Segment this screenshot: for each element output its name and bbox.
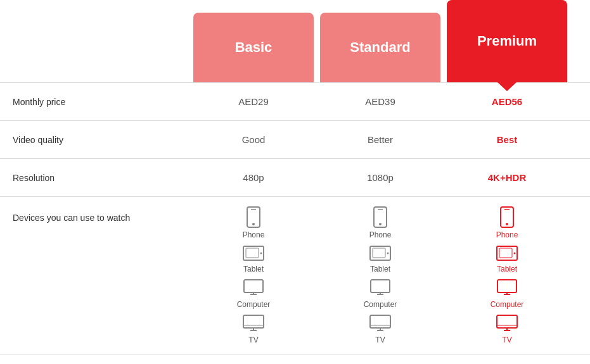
svg-point-27 xyxy=(506,223,508,225)
svg-point-14 xyxy=(379,223,382,225)
standard-devices-col: Phone Tablet xyxy=(320,206,440,344)
premium-phone-device: Phone xyxy=(496,206,518,239)
standard-tablet-device: Tablet xyxy=(369,244,391,273)
tablet-icon xyxy=(243,244,264,262)
devices-label: Devices you can use to watch xyxy=(0,206,190,223)
basic-tablet-device: Tablet xyxy=(243,244,264,273)
basic-computer-device: Computer xyxy=(237,279,271,309)
premium-price: AED56 xyxy=(447,96,567,107)
premium-tablet-label: Tablet xyxy=(497,265,517,273)
basic-price: AED29 xyxy=(193,96,314,107)
basic-tv-label: TV xyxy=(248,336,258,344)
comparison-table: Basic Standard Premium Monthly price AED… xyxy=(0,0,590,364)
premium-tablet-device: Tablet xyxy=(496,244,518,273)
standard-price: AED39 xyxy=(320,96,440,107)
tv-icon xyxy=(242,314,265,333)
svg-point-1 xyxy=(252,223,255,225)
standard-quality: Better xyxy=(320,134,440,145)
premium-devices-col: Phone Tablet xyxy=(447,206,567,344)
standard-tablet-label: Tablet xyxy=(370,265,390,273)
svg-rect-35 xyxy=(497,315,517,328)
basic-tv-device: TV xyxy=(242,314,265,344)
svg-rect-6 xyxy=(244,280,263,292)
premium-resolution: 4K+HDR xyxy=(447,172,567,183)
standard-tablet-icon xyxy=(369,244,391,262)
video-quality-label: Video quality xyxy=(0,135,190,145)
standard-computer-device: Computer xyxy=(364,279,397,309)
standard-header: Standard xyxy=(320,13,440,82)
devices-row: Devices you can use to watch Phone xyxy=(0,197,590,355)
svg-rect-5 xyxy=(246,248,259,258)
standard-computer-icon xyxy=(369,279,391,298)
phone-icon xyxy=(245,206,262,228)
premium-tv-icon xyxy=(496,314,518,333)
premium-computer-label: Computer xyxy=(491,300,524,309)
monthly-price-label: Monthly price xyxy=(0,97,190,107)
svg-rect-19 xyxy=(371,280,390,292)
svg-rect-31 xyxy=(499,248,512,258)
resolution-row: Resolution 480p 1080p 4K+HDR xyxy=(0,159,590,197)
computer-icon xyxy=(243,279,264,298)
standard-computer-label: Computer xyxy=(364,300,397,309)
basic-devices-col: Phone Tablet xyxy=(193,206,314,344)
basic-phone-label: Phone xyxy=(243,230,265,239)
premium-tv-device: TV xyxy=(496,314,518,344)
premium-phone-icon xyxy=(498,206,516,228)
basic-tablet-label: Tablet xyxy=(243,265,264,273)
premium-computer-device: Computer xyxy=(491,279,524,309)
svg-rect-18 xyxy=(373,248,385,258)
premium-quality: Best xyxy=(447,134,567,145)
premium-header: Premium xyxy=(447,0,567,82)
premium-tv-label: TV xyxy=(502,336,511,344)
svg-point-30 xyxy=(514,253,516,254)
standard-phone-icon xyxy=(371,206,389,228)
svg-rect-22 xyxy=(370,315,390,328)
video-quality-row: Video quality Good Better Best xyxy=(0,121,590,159)
basic-header: Basic xyxy=(193,13,314,82)
standard-label: Standard xyxy=(350,39,410,56)
standard-phone-device: Phone xyxy=(369,206,392,239)
svg-rect-32 xyxy=(497,280,516,292)
basic-phone-device: Phone xyxy=(243,206,265,239)
basic-computer-label: Computer xyxy=(237,300,271,309)
standard-phone-label: Phone xyxy=(369,230,392,239)
standard-tv-icon xyxy=(369,314,392,333)
premium-computer-icon xyxy=(496,279,518,298)
premium-label: Premium xyxy=(477,33,537,49)
svg-point-4 xyxy=(260,253,262,254)
svg-rect-9 xyxy=(243,315,264,328)
basic-quality: Good xyxy=(193,134,314,145)
basic-label: Basic xyxy=(235,39,273,56)
svg-point-17 xyxy=(387,253,389,254)
premium-phone-label: Phone xyxy=(496,230,518,239)
resolution-label: Resolution xyxy=(0,173,190,183)
standard-tv-label: TV xyxy=(375,336,385,344)
standard-tv-device: TV xyxy=(369,314,392,344)
header-row: Basic Standard Premium xyxy=(0,0,590,82)
premium-tablet-icon xyxy=(496,244,518,262)
standard-resolution: 1080p xyxy=(320,172,440,183)
basic-resolution: 480p xyxy=(193,172,314,183)
data-rows: Monthly price AED29 AED39 AED56 Video qu… xyxy=(0,82,590,355)
